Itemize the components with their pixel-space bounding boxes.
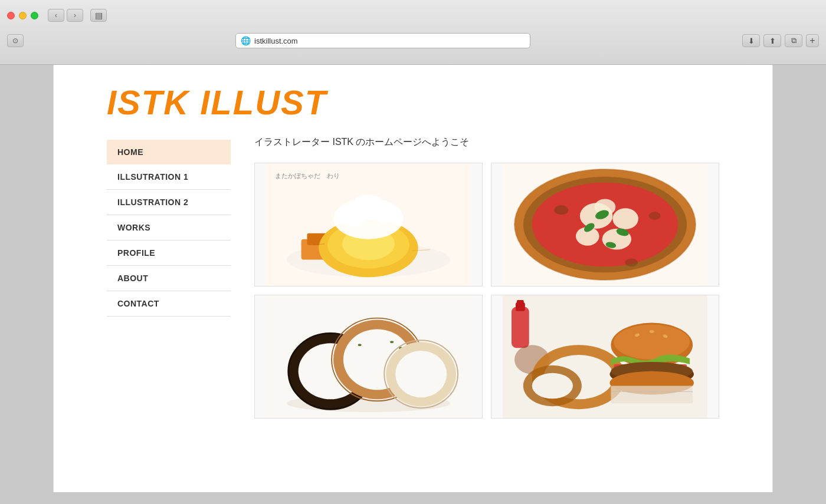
download-button[interactable]: ⬇	[742, 34, 760, 47]
share-icon: ⬆	[769, 37, 776, 45]
minimize-button[interactable]	[19, 12, 27, 19]
svg-rect-49	[517, 300, 524, 305]
svg-point-56	[614, 325, 690, 360]
browser-actions: ⬇ ⬆ ⧉ +	[742, 34, 819, 47]
svg-point-45	[395, 351, 447, 397]
share-button[interactable]: ⬆	[763, 34, 781, 47]
food-illustration-4	[491, 295, 719, 418]
svg-point-19	[612, 208, 638, 229]
gallery-grid: またかぼちゃだ わり	[254, 163, 719, 419]
svg-point-42	[358, 344, 362, 346]
camera-button[interactable]: ⊙	[7, 34, 24, 47]
gallery-item-2[interactable]	[491, 163, 719, 286]
gallery-item-3[interactable]	[254, 295, 483, 419]
main-content: イラストレーター ISTK のホームページへようこそ	[254, 134, 719, 480]
svg-point-29	[649, 212, 661, 220]
globe-icon: 🌐	[241, 36, 251, 45]
site-body: HOME ILLSUTRATION 1 ILLUSTRATION 2 WORKS…	[54, 134, 772, 492]
maximize-button[interactable]	[31, 12, 38, 19]
website-frame: ISTK ILLUST HOME ILLSUTRATION 1 ILLUSTRA…	[53, 65, 773, 492]
back-icon: ‹	[55, 11, 57, 19]
nav-item-works[interactable]: WORKS	[107, 215, 231, 241]
svg-rect-47	[512, 307, 529, 348]
svg-point-40	[390, 341, 394, 343]
site-logo: ISTK ILLUST	[107, 83, 719, 122]
sidebar-nav: HOME ILLSUTRATION 1 ILLUSTRATION 2 WORKS…	[107, 134, 231, 480]
welcome-text: イラストレーター ISTK のホームページへようこそ	[254, 134, 719, 153]
browser-titlebar: ‹ › ▤	[0, 0, 826, 31]
nav-item-about[interactable]: ABOUT	[107, 266, 231, 291]
svg-point-28	[554, 205, 568, 215]
food-illustration-3	[255, 295, 482, 418]
nav-item-profile[interactable]: PROFILE	[107, 241, 231, 266]
gallery-item-4[interactable]	[491, 295, 719, 419]
back-button[interactable]: ‹	[48, 9, 64, 22]
svg-point-10	[351, 194, 386, 220]
address-bar-wrapper: 🌐 istkillust.com	[28, 33, 738, 48]
windows-button[interactable]: ⧉	[785, 34, 802, 47]
nav-buttons: ‹ ›	[48, 9, 83, 22]
new-tab-button[interactable]: +	[806, 34, 819, 47]
plus-icon: +	[809, 35, 815, 46]
close-button[interactable]	[7, 12, 15, 19]
url-text: istkillust.com	[254, 37, 298, 45]
site-content: ISTK ILLUST HOME ILLSUTRATION 1 ILLUSTRA…	[54, 65, 772, 492]
svg-text:またかぼちゃだ　わり: またかぼちゃだ わり	[275, 172, 340, 179]
address-bar[interactable]: 🌐 istkillust.com	[235, 33, 530, 48]
windows-icon: ⧉	[791, 36, 796, 45]
nav-item-home[interactable]: HOME	[107, 140, 231, 164]
site-header: ISTK ILLUST	[54, 65, 772, 134]
svg-point-30	[625, 258, 638, 266]
svg-point-54	[532, 373, 573, 399]
nav-item-illustration2[interactable]: ILLUSTRATION 2	[107, 190, 231, 215]
sidebar-toggle-button[interactable]: ▤	[90, 9, 107, 22]
sidebar-icon: ▤	[95, 11, 103, 20]
forward-button[interactable]: ›	[67, 9, 83, 22]
forward-icon: ›	[74, 11, 76, 19]
food-illustration-2	[491, 163, 719, 286]
address-bar-row: ⊙ 🌐 istkillust.com ⬇ ⬆ ⧉ +	[0, 31, 826, 51]
svg-rect-64	[611, 386, 693, 404]
traffic-lights	[7, 12, 38, 19]
food-illustration-1: またかぼちゃだ わり	[255, 163, 482, 286]
download-icon: ⬇	[748, 37, 755, 45]
svg-point-58	[650, 330, 654, 333]
browser-chrome: ‹ › ▤ ⊙ 🌐 istkillust.com ⬇ ⬆	[0, 0, 826, 65]
gallery-item-1[interactable]: またかぼちゃだ わり	[254, 163, 483, 286]
camera-icon: ⊙	[12, 37, 18, 45]
nav-item-contact[interactable]: CONTACT	[107, 291, 231, 317]
nav-item-illustration1[interactable]: ILLSUTRATION 1	[107, 164, 231, 190]
